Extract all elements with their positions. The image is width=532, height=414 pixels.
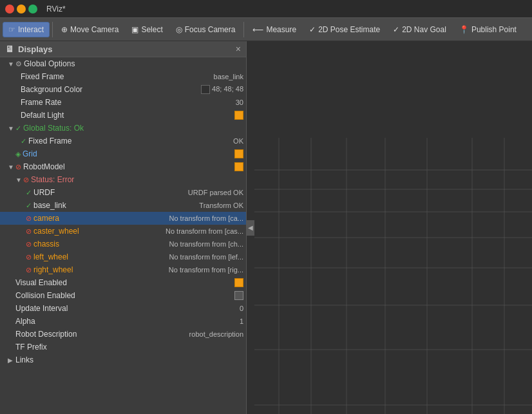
select-button[interactable]: ▣ Select (126, 22, 168, 37)
tree-item-global-options[interactable]: ▼ ⚙ Global Options (0, 57, 246, 70)
measure-icon: ⟵ (252, 25, 263, 34)
tree-item-links[interactable]: ▶ Links (0, 353, 246, 366)
move-camera-button[interactable]: ⊕ Move Camera (55, 22, 124, 37)
visual-enabled-value (234, 278, 243, 287)
displays-icon: 🖥 (5, 44, 14, 54)
hand-icon: ☞ (8, 25, 15, 34)
status-error-label: Status: Error (31, 175, 243, 184)
visual-enabled-label: Visual Enabled (15, 278, 234, 287)
tree-item-global-status[interactable]: ▼ ✓ Global Status: Ok (0, 122, 246, 135)
gear-icon: ⚙ (15, 60, 22, 68)
color-swatch (201, 85, 210, 94)
interact-button[interactable]: ☞ Interact (3, 22, 50, 37)
links-label: Links (15, 355, 243, 364)
tree-item-status-error[interactable]: ▼ ⊘ Status: Error (0, 173, 246, 186)
fixed-frame-value: base_link (214, 73, 243, 80)
default-light-label: Default Light (21, 111, 232, 120)
robot-description-label: Robot Description (15, 330, 187, 339)
select-icon: ▣ (131, 25, 138, 34)
frame-rate-value: 30 (236, 99, 243, 106)
arrow-links[interactable]: ▶ (8, 357, 15, 364)
fixed-frame-status-label: Fixed Frame (28, 136, 231, 146)
tree-item-camera[interactable]: ⊘ camera No transform from [ca... (0, 212, 246, 225)
error-icon-camera: ⊘ (26, 214, 32, 223)
tree-item-left-wheel[interactable]: ⊘ left_wheel No transform from [lef... (0, 250, 246, 263)
focus-camera-button[interactable]: ◎ Focus Camera (170, 22, 242, 37)
tree-item-chassis[interactable]: ⊘ chassis No transform from [ch... (0, 238, 246, 250)
error-icon-rw: ⊘ (26, 266, 32, 274)
viewport-collapse-arrow[interactable]: ◀ (247, 220, 254, 236)
nav-icon: ✓ (393, 25, 399, 34)
default-light-checkbox[interactable] (234, 111, 243, 120)
tree-item-robot-model[interactable]: ▼ ⊘ RobotModel (0, 160, 246, 173)
tree-item-visual-enabled[interactable]: Visual Enabled (0, 276, 246, 289)
left-wheel-value: No transform from [lef... (169, 253, 243, 261)
tree-item-base-link[interactable]: ✓ base_link Transform OK (0, 199, 246, 212)
tree-item-collision-enabled[interactable]: Collision Enabled (0, 289, 246, 302)
tree-item-urdf[interactable]: ✓ URDF URDF parsed OK (0, 186, 246, 199)
2d-pose-label: 2D Pose Estimate (318, 25, 380, 34)
camera-value: No transform from [ca... (169, 214, 243, 222)
urdf-label: URDF (33, 188, 185, 197)
tree-item-bg-color[interactable]: Background Color 48; 48; 48 (0, 83, 246, 96)
tree-item-default-light[interactable]: Default Light (0, 109, 246, 122)
right-wheel-value: No transform from [rig... (169, 266, 243, 274)
tree-item-robot-description[interactable]: Robot Description robot_description (0, 328, 246, 341)
arrow-robot-model[interactable]: ▼ (8, 164, 15, 171)
chassis-value: No transform from [ch... (169, 240, 243, 248)
fixed-frame-label: Fixed Frame (21, 72, 211, 81)
left-wheel-label: left_wheel (33, 252, 166, 261)
tree-item-caster-wheel[interactable]: ⊘ caster_wheel No transform from [cas... (0, 225, 246, 238)
tree-item-right-wheel[interactable]: ⊘ right_wheel No transform from [rig... (0, 263, 246, 276)
collision-enabled-value (234, 291, 243, 300)
2d-pose-button[interactable]: ✓ 2D Pose Estimate (303, 22, 386, 37)
robot-model-label: RobotModel (23, 162, 234, 171)
bg-color-value: 48; 48; 48 (201, 85, 243, 94)
toolbar-sep-2 (243, 22, 244, 37)
2d-nav-button[interactable]: ✓ 2D Nav Goal (387, 22, 452, 37)
arrow-status-error[interactable]: ▼ (15, 176, 23, 183)
urdf-value: URDF parsed OK (188, 189, 243, 196)
grid-checkbox (234, 149, 243, 158)
error-icon-cw: ⊘ (26, 227, 32, 236)
measure-button[interactable]: ⟵ Measure (247, 22, 302, 37)
panel-close-button[interactable]: × (236, 44, 241, 54)
close-button[interactable] (5, 5, 14, 14)
right-wheel-label: right_wheel (33, 265, 166, 274)
tree-item-alpha[interactable]: Alpha 1 (0, 315, 246, 328)
robot-model-checkbox (234, 162, 243, 171)
grid-enable-checkbox[interactable] (234, 149, 243, 158)
window-controls (5, 5, 37, 14)
check-icon-bl: ✓ (26, 202, 32, 210)
arrow-global-status[interactable]: ▼ (8, 125, 15, 132)
error-icon-robot: ⊘ (15, 163, 21, 171)
tree-item-update-interval[interactable]: Update Interval 0 (0, 302, 246, 315)
viewport-panel[interactable]: ◀ (247, 41, 532, 414)
update-interval-label: Update Interval (15, 304, 237, 313)
minimize-button[interactable] (17, 5, 26, 14)
tf-prefix-label: TF Prefix (15, 343, 241, 352)
collision-enabled-checkbox[interactable] (234, 291, 243, 300)
chassis-label: chassis (33, 240, 166, 249)
arrow-global-options[interactable]: ▼ (8, 61, 15, 68)
publish-point-button[interactable]: 📍 Publish Point (453, 22, 522, 37)
update-interval-value: 0 (240, 305, 243, 312)
2d-nav-label: 2D Nav Goal (402, 25, 446, 34)
tree-item-fixed-frame-status[interactable]: ✓ Fixed Frame OK (0, 135, 246, 147)
default-light-value (234, 111, 243, 120)
tree-item-fixed-frame[interactable]: Fixed Frame base_link (0, 70, 246, 83)
toolbar: ☞ Interact ⊕ Move Camera ▣ Select ◎ Focu… (0, 18, 532, 41)
visual-enabled-checkbox[interactable] (234, 278, 243, 287)
maximize-button[interactable] (28, 5, 37, 14)
global-status-label: Global Status: Ok (23, 124, 243, 133)
tree-item-grid[interactable]: ◈ Grid (0, 147, 246, 160)
tree-item-tf-prefix[interactable]: TF Prefix (0, 341, 246, 353)
alpha-label: Alpha (15, 317, 237, 326)
displays-tree: ▼ ⚙ Global Options Fixed Frame base_link… (0, 57, 246, 414)
global-options-label: Global Options (24, 59, 243, 68)
robot-model-enable-checkbox[interactable] (234, 162, 243, 171)
error-icon-status: ⊘ (23, 176, 29, 184)
displays-title: Displays (18, 44, 52, 54)
interact-label: Interact (18, 25, 44, 34)
tree-item-frame-rate[interactable]: Frame Rate 30 (0, 96, 246, 109)
